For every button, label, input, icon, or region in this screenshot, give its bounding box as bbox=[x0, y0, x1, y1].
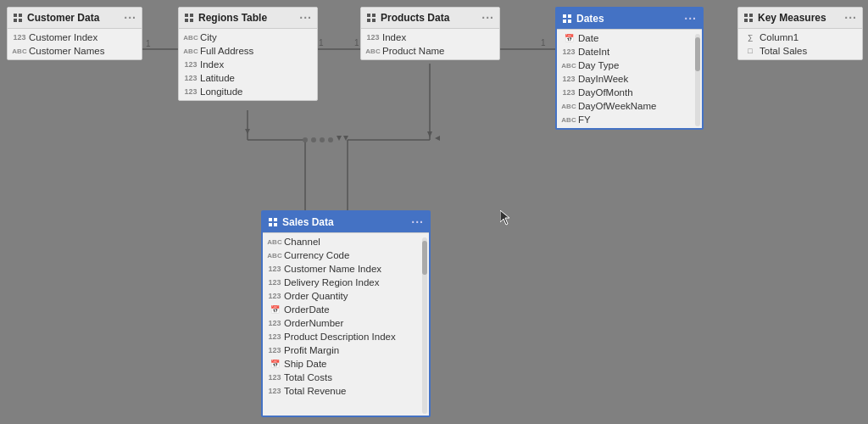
number-icon: 123 bbox=[14, 32, 25, 42]
field-products-index[interactable]: 123 Index bbox=[361, 31, 499, 44]
sales-data-table[interactable]: Sales Data ··· ABC Channel ABC Currency … bbox=[261, 210, 431, 417]
customer-data-header[interactable]: Customer Data ··· bbox=[8, 8, 142, 29]
field-column1[interactable]: ∑ Column1 bbox=[738, 31, 862, 44]
key-measures-fields: ∑ Column1 □ Total Sales bbox=[738, 29, 862, 59]
svg-rect-30 bbox=[367, 14, 370, 17]
field-customer-names[interactable]: ABC Customer Names bbox=[8, 44, 142, 58]
field-city[interactable]: ABC City bbox=[179, 31, 317, 44]
field-full-address[interactable]: ABC Full Address bbox=[179, 44, 317, 58]
svg-point-19 bbox=[328, 137, 333, 142]
customer-data-menu[interactable]: ··· bbox=[124, 11, 136, 25]
svg-rect-24 bbox=[14, 19, 17, 22]
svg-rect-29 bbox=[190, 19, 193, 22]
svg-rect-42 bbox=[269, 218, 272, 221]
number-icon-tr: 123 bbox=[270, 386, 280, 396]
text-icon-day-type: ABC bbox=[564, 60, 574, 70]
regions-table-icon bbox=[184, 13, 194, 23]
svg-marker-11 bbox=[427, 131, 432, 137]
svg-rect-22 bbox=[14, 14, 17, 17]
svg-text:1: 1 bbox=[541, 38, 546, 47]
field-dateint[interactable]: 123 DateInt bbox=[557, 45, 692, 59]
field-day-type[interactable]: ABC Day Type bbox=[557, 59, 692, 72]
measure-icon-column1: ∑ bbox=[745, 32, 755, 42]
key-measures-table[interactable]: Key Measures ··· ∑ Column1 □ Total Sales bbox=[737, 7, 863, 60]
connectors-layer: 1 1 1 1 bbox=[0, 0, 868, 424]
field-regions-index[interactable]: 123 Index bbox=[179, 58, 317, 71]
svg-rect-37 bbox=[568, 20, 571, 23]
key-measures-header[interactable]: Key Measures ··· bbox=[738, 8, 862, 29]
products-table-icon bbox=[366, 13, 376, 23]
mouse-cursor bbox=[500, 210, 509, 224]
field-customer-index[interactable]: 123 Customer Index bbox=[8, 31, 142, 44]
field-dayinweek[interactable]: 123 DayInWeek bbox=[557, 72, 692, 86]
regions-table-header[interactable]: Regions Table ··· bbox=[179, 8, 317, 29]
svg-point-18 bbox=[320, 137, 325, 142]
field-latitude[interactable]: 123 Latitude bbox=[179, 71, 317, 85]
text-icon-city: ABC bbox=[186, 32, 196, 42]
field-date[interactable]: 📅 Date bbox=[557, 31, 692, 45]
customer-data-title: Customer Data bbox=[27, 12, 99, 24]
regions-table-fields: ABC City ABC Full Address 123 Index 123 … bbox=[179, 29, 317, 100]
svg-rect-28 bbox=[185, 19, 188, 22]
field-ship-date[interactable]: 📅 Ship Date bbox=[263, 357, 419, 371]
field-longitude[interactable]: 123 Longitude bbox=[179, 85, 317, 98]
svg-rect-23 bbox=[19, 14, 22, 17]
number-icon-tc: 123 bbox=[270, 372, 280, 382]
field-currency-code[interactable]: ABC Currency Code bbox=[263, 248, 419, 262]
sales-scrollbar[interactable] bbox=[422, 237, 427, 414]
svg-text:1: 1 bbox=[319, 38, 324, 47]
sales-data-header[interactable]: Sales Data ··· bbox=[263, 212, 429, 233]
sales-data-menu[interactable]: ··· bbox=[411, 215, 424, 229]
svg-rect-33 bbox=[372, 19, 376, 22]
field-orderdate[interactable]: 📅 OrderDate bbox=[263, 303, 419, 316]
field-ordernumber[interactable]: 123 OrderNumber bbox=[263, 316, 419, 330]
field-product-name[interactable]: ABC Product Name bbox=[361, 44, 499, 58]
svg-rect-35 bbox=[568, 14, 571, 18]
calendar-icon-shipdate: 📅 bbox=[270, 359, 280, 369]
customer-data-table[interactable]: Customer Data ··· 123 Customer Index ABC… bbox=[7, 7, 142, 60]
field-dayofweekname[interactable]: ABC DayOfWeekName bbox=[557, 99, 692, 113]
number-icon-cni: 123 bbox=[270, 264, 280, 274]
svg-rect-27 bbox=[190, 14, 193, 17]
field-customer-name-index[interactable]: 123 Customer Name Index bbox=[263, 262, 419, 276]
text-icon-channel: ABC bbox=[270, 237, 280, 247]
svg-rect-38 bbox=[744, 14, 748, 17]
products-data-table[interactable]: Products Data ··· 123 Index ABC Product … bbox=[360, 7, 500, 60]
field-product-description-index[interactable]: 123 Product Description Index bbox=[263, 330, 419, 343]
field-profit-margin[interactable]: 123 Profit Margin bbox=[263, 343, 419, 357]
number-icon-on: 123 bbox=[270, 318, 280, 328]
dates-table[interactable]: Dates ··· 📅 Date 123 DateInt ABC Day Typ… bbox=[555, 7, 704, 130]
number-icon-dri: 123 bbox=[270, 277, 280, 287]
regions-table-title: Regions Table bbox=[198, 12, 267, 24]
dates-table-menu[interactable]: ··· bbox=[684, 12, 697, 25]
customer-data-fields: 123 Customer Index ABC Customer Names bbox=[8, 29, 142, 59]
sales-table-icon bbox=[268, 217, 278, 227]
svg-rect-32 bbox=[367, 19, 370, 22]
dates-scrollbar[interactable] bbox=[695, 34, 700, 126]
svg-rect-31 bbox=[372, 14, 376, 17]
products-data-fields: 123 Index ABC Product Name bbox=[361, 29, 499, 59]
field-fy[interactable]: ABC FY bbox=[557, 113, 692, 126]
regions-table-menu[interactable]: ··· bbox=[299, 11, 312, 25]
dates-table-header[interactable]: Dates ··· bbox=[557, 8, 702, 30]
key-measures-title: Key Measures bbox=[758, 12, 826, 24]
text-icon-currency: ABC bbox=[270, 250, 280, 260]
field-channel[interactable]: ABC Channel bbox=[263, 235, 419, 248]
field-delivery-region-index[interactable]: 123 Delivery Region Index bbox=[263, 276, 419, 289]
products-data-menu[interactable]: ··· bbox=[481, 11, 494, 25]
key-measures-menu[interactable]: ··· bbox=[844, 11, 857, 25]
number-icon-oq: 123 bbox=[270, 291, 280, 301]
field-total-costs[interactable]: 123 Total Costs bbox=[263, 371, 419, 384]
svg-rect-43 bbox=[274, 218, 277, 221]
field-total-sales[interactable]: □ Total Sales bbox=[738, 44, 862, 58]
number-icon-dateint: 123 bbox=[564, 47, 574, 57]
number-icon-pdi: 123 bbox=[270, 332, 280, 342]
field-total-revenue[interactable]: 123 Total Revenue bbox=[263, 384, 419, 398]
field-dayofmonth[interactable]: 123 DayOfMonth bbox=[557, 86, 692, 99]
products-data-header[interactable]: Products Data ··· bbox=[361, 8, 499, 29]
svg-marker-7 bbox=[343, 136, 348, 141]
sales-data-title: Sales Data bbox=[282, 216, 334, 228]
field-order-quantity[interactable]: 123 Order Quantity bbox=[263, 289, 419, 303]
regions-table[interactable]: Regions Table ··· ABC City ABC Full Addr… bbox=[178, 7, 318, 101]
dates-table-title: Dates bbox=[576, 13, 604, 25]
